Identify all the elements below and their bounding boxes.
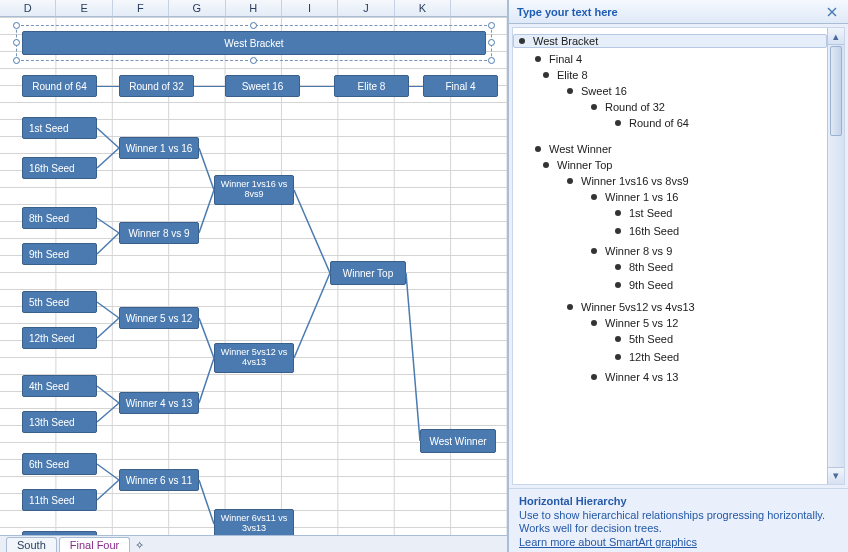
svg-line-3 bbox=[97, 233, 119, 254]
footer-title: Horizontal Hierarchy bbox=[519, 495, 838, 507]
winner8-box[interactable]: Winner 1vs16 vs 8vs9 bbox=[214, 175, 294, 205]
pane-header: Type your text here bbox=[509, 0, 848, 24]
svg-line-9 bbox=[97, 480, 119, 500]
tree-item[interactable]: Elite 8 bbox=[537, 68, 827, 82]
tree-item[interactable]: 1st Seed bbox=[609, 206, 827, 220]
svg-line-12 bbox=[199, 318, 214, 358]
svg-line-17 bbox=[406, 273, 420, 441]
svg-line-14 bbox=[199, 480, 214, 524]
west-winner-box[interactable]: West Winner bbox=[420, 429, 496, 453]
svg-line-2 bbox=[97, 218, 119, 233]
tree-item[interactable]: Round of 32 bbox=[585, 100, 827, 114]
tree-item[interactable]: 8th Seed bbox=[609, 260, 827, 274]
tree-item[interactable]: Winner 1 vs 16 bbox=[585, 190, 827, 204]
tree-item[interactable]: Winner 8 vs 9 bbox=[585, 244, 827, 258]
winner16-box[interactable]: Winner 8 vs 9 bbox=[119, 222, 199, 244]
tree-item[interactable]: Round of 64 bbox=[609, 116, 827, 130]
tree-item[interactable]: 5th Seed bbox=[609, 332, 827, 346]
text-pane: Type your text here West Bracket Final 4… bbox=[508, 0, 848, 552]
col-header[interactable]: H bbox=[226, 0, 282, 16]
round-header[interactable]: Round of 32 bbox=[119, 75, 194, 97]
tree-item[interactable]: Sweet 16 bbox=[561, 84, 827, 98]
tree-item[interactable]: 12th Seed bbox=[609, 350, 827, 364]
svg-line-16 bbox=[294, 273, 330, 358]
footer-link[interactable]: Learn more about SmartArt graphics bbox=[519, 536, 697, 548]
winner16-box[interactable]: Winner 1 vs 16 bbox=[119, 137, 199, 159]
col-header[interactable]: E bbox=[56, 0, 112, 16]
winner16-box[interactable]: Winner 5 vs 12 bbox=[119, 307, 199, 329]
svg-line-8 bbox=[97, 464, 119, 480]
col-header[interactable]: J bbox=[338, 0, 394, 16]
round-header[interactable]: Final 4 bbox=[423, 75, 498, 97]
column-headers: D E F G H I J K bbox=[0, 0, 507, 17]
col-header[interactable]: D bbox=[0, 0, 56, 16]
tree-item[interactable]: 9th Seed bbox=[609, 278, 827, 292]
seed-box[interactable]: 4th Seed bbox=[22, 375, 97, 397]
svg-line-10 bbox=[199, 148, 214, 190]
sheet-tab[interactable]: South bbox=[6, 537, 57, 552]
svg-line-11 bbox=[199, 190, 214, 233]
round-header[interactable]: Round of 64 bbox=[22, 75, 97, 97]
col-header[interactable]: F bbox=[113, 0, 169, 16]
pane-title: Type your text here bbox=[517, 6, 618, 18]
tree-item[interactable]: 16th Seed bbox=[609, 224, 827, 238]
round-header[interactable]: Sweet 16 bbox=[225, 75, 300, 97]
seed-box[interactable]: 9th Seed bbox=[22, 243, 97, 265]
tree-item-selected[interactable]: West Bracket bbox=[513, 34, 827, 48]
outline-tree[interactable]: West Bracket Final 4 Elite 8 Sweet 16 Ro… bbox=[513, 28, 827, 484]
seed-box[interactable]: 16th Seed bbox=[22, 157, 97, 179]
tree-item[interactable]: Winner 5 vs 12 bbox=[585, 316, 827, 330]
svg-line-1 bbox=[97, 148, 119, 168]
scroll-up-icon[interactable]: ▴ bbox=[828, 28, 844, 45]
seed-box[interactable]: 12th Seed bbox=[22, 327, 97, 349]
outline-body: West Bracket Final 4 Elite 8 Sweet 16 Ro… bbox=[512, 27, 845, 485]
footer-desc: Use to show hierarchical relationships p… bbox=[519, 509, 838, 537]
sheet-tab-bar: South Final Four ✧ bbox=[0, 535, 507, 552]
seed-box[interactable]: 5th Seed bbox=[22, 291, 97, 313]
tree-item[interactable]: Winner 5vs12 vs 4vs13 bbox=[561, 300, 827, 314]
close-icon[interactable] bbox=[824, 4, 840, 20]
winner16-box[interactable]: Winner 6 vs 11 bbox=[119, 469, 199, 491]
tree-item[interactable]: Winner Top bbox=[537, 158, 827, 172]
seed-box[interactable]: 8th Seed bbox=[22, 207, 97, 229]
pane-footer: Horizontal Hierarchy Use to show hierarc… bbox=[509, 488, 848, 553]
smartart-canvas[interactable]: West Bracket Round of 64 Round of 32 Swe… bbox=[0, 17, 507, 535]
spreadsheet-area: D E F G H I J K West Bracket Round of 64… bbox=[0, 0, 508, 552]
svg-line-4 bbox=[97, 302, 119, 318]
col-header[interactable]: K bbox=[395, 0, 451, 16]
svg-line-5 bbox=[97, 318, 119, 338]
svg-line-13 bbox=[199, 358, 214, 403]
svg-line-0 bbox=[97, 128, 119, 148]
tree-item[interactable]: West Winner bbox=[513, 142, 827, 156]
svg-line-7 bbox=[97, 403, 119, 422]
seed-box[interactable]: 1st Seed bbox=[22, 117, 97, 139]
tree-item[interactable]: Winner 1vs16 vs 8vs9 bbox=[561, 174, 827, 188]
tree-item[interactable]: Winner 4 vs 13 bbox=[585, 370, 827, 384]
seed-box[interactable]: 13th Seed bbox=[22, 411, 97, 433]
scrollbar[interactable]: ▴ ▾ bbox=[827, 28, 844, 484]
seed-box[interactable]: 6th Seed bbox=[22, 453, 97, 475]
sheet-tab-active[interactable]: Final Four bbox=[59, 537, 131, 552]
svg-line-6 bbox=[97, 386, 119, 403]
scroll-thumb[interactable] bbox=[830, 46, 842, 136]
winner-top-box[interactable]: Winner Top bbox=[330, 261, 406, 285]
col-header[interactable]: I bbox=[282, 0, 338, 16]
new-sheet-icon[interactable]: ✧ bbox=[132, 538, 146, 552]
seed-box[interactable]: 11th Seed bbox=[22, 489, 97, 511]
title-shape[interactable]: West Bracket bbox=[22, 31, 486, 55]
winner16-box[interactable]: Winner 4 vs 13 bbox=[119, 392, 199, 414]
col-header[interactable]: G bbox=[169, 0, 225, 16]
winner8-box[interactable]: Winner 5vs12 vs 4vs13 bbox=[214, 343, 294, 373]
round-header[interactable]: Elite 8 bbox=[334, 75, 409, 97]
scroll-down-icon[interactable]: ▾ bbox=[828, 467, 844, 484]
svg-line-15 bbox=[294, 190, 330, 273]
tree-item[interactable]: Final 4 bbox=[513, 52, 827, 66]
